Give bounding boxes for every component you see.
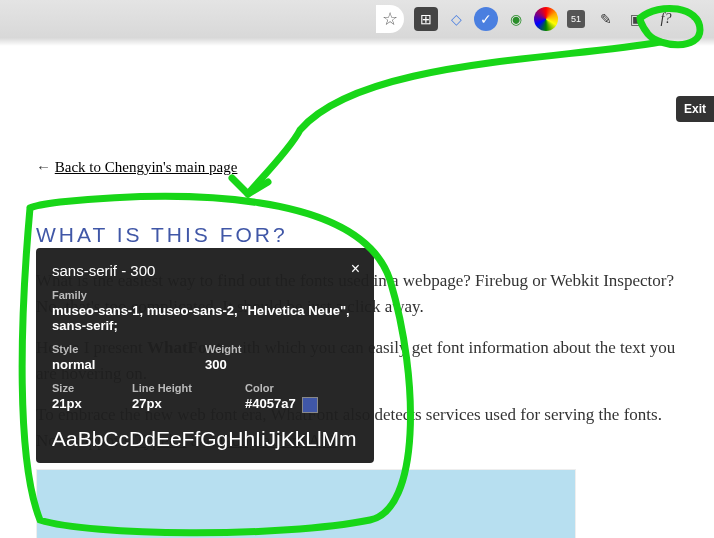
weight-label: Weight (205, 343, 358, 355)
screenshot-image (36, 469, 576, 538)
omnibox-right-edge: ☆ (376, 5, 404, 33)
toolbar-shadow (0, 38, 714, 46)
extensions-puzzle-icon[interactable]: ✦ (684, 7, 708, 31)
style-value: normal (52, 357, 205, 372)
star-icon[interactable]: ☆ (378, 7, 402, 31)
ext-icon-4[interactable]: ◉ (504, 7, 528, 31)
family-value: museo-sans-1, museo-sans-2, "Helvetica N… (52, 303, 358, 333)
back-arrow-icon: ← (36, 159, 51, 175)
ext-icon-2[interactable]: ◇ (444, 7, 468, 31)
ext-icon-1[interactable]: ⊞ (414, 7, 438, 31)
family-label: Family (52, 289, 358, 301)
ext-icon-3[interactable]: ✓ (474, 7, 498, 31)
ext-icon-6[interactable]: ✎ (594, 7, 618, 31)
panel-close-button[interactable]: × (351, 260, 360, 278)
lineheight-label: Line Height (132, 382, 245, 394)
ext-icon-5[interactable] (534, 7, 558, 31)
style-label: Style (52, 343, 205, 355)
section-heading: WHAT IS THIS FOR? (36, 219, 678, 251)
panel-title: sans-serif - 300 (52, 262, 358, 279)
color-value: #4057a7 (245, 396, 358, 413)
lineheight-value: 27px (132, 396, 245, 411)
size-value: 21px (52, 396, 132, 411)
weight-value: 300 (205, 357, 358, 372)
back-link-row: ← Back to Chengyin's main page (36, 156, 678, 179)
whatfont-exit-button[interactable]: Exit (676, 96, 714, 122)
size-label: Size (52, 382, 132, 394)
whatfont-extension-icon[interactable]: f? (654, 7, 678, 31)
ext-icon-7[interactable]: ▣ (624, 7, 648, 31)
font-sample: AaBbCcDdEeFfGgHhIiJjKkLlMmNnOoPpQq (52, 427, 358, 451)
color-label: Color (245, 382, 358, 394)
ext-badge-icon[interactable]: 51 (564, 7, 588, 31)
color-swatch (302, 397, 318, 413)
browser-toolbar: ☆ ⊞ ◇ ✓ ◉ 51 ✎ ▣ f? ✦ (0, 0, 714, 38)
whatfont-panel[interactable]: sans-serif - 300 × Family museo-sans-1, … (36, 248, 374, 463)
back-link[interactable]: Back to Chengyin's main page (55, 159, 238, 175)
